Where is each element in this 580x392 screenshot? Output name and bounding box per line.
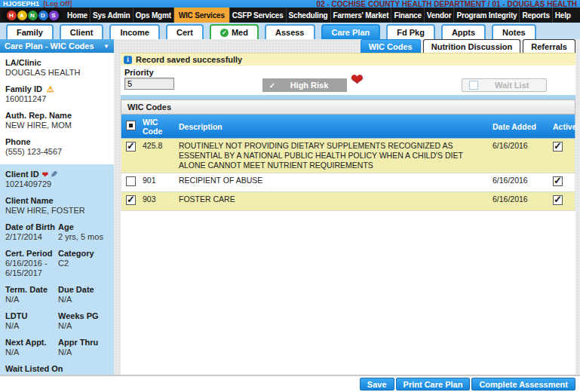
menu-item-reports[interactable]: Reports — [519, 8, 551, 23]
complete-assessment-button[interactable]: Complete Assessment — [471, 378, 575, 390]
check-icon: ✓ — [262, 81, 282, 90]
table-row[interactable]: 425.8 ROUTINELY NOT PROVIDING DIETARY SU… — [121, 139, 575, 173]
row-select-checkbox[interactable] — [126, 142, 136, 152]
hands-logo: H A N D S — [2, 8, 63, 22]
wic-codes-panel-title: WIC Codes — [121, 100, 575, 115]
table-row[interactable]: 903 FOSTER CARE 6/16/2016 — [121, 192, 575, 211]
wic-code-cell: 425.8 — [141, 139, 176, 153]
dob-value: 2/17/2014 — [5, 232, 58, 242]
field-cert-category: Cert. Period 6/16/2016 - 6/15/2017 Categ… — [5, 249, 111, 278]
field-term-due: Term. Date N/A Due Date N/A — [5, 285, 111, 305]
age-value: 2 yrs, 5 mos — [58, 232, 111, 242]
client-id-value: 1021409729 — [5, 179, 111, 189]
menu-item-csfp-services[interactable]: CSFP Services — [229, 8, 286, 23]
tab-cert[interactable]: Cert — [166, 24, 204, 39]
client-info-section: Client ID❤✎ 1021409729 Client Name NEW H… — [0, 164, 114, 388]
tab-fd-pkg[interactable]: Fd Pkg — [386, 24, 435, 39]
field-phone: Phone (555) 123-4567 — [5, 137, 111, 157]
menu-item-sys-admin[interactable]: Sys Admin — [90, 8, 133, 23]
col-header-date-added: Date Added — [489, 120, 548, 133]
wait-list-checkbox[interactable] — [469, 81, 478, 90]
footer-action-bar: Save Print Care Plan Complete Assessment — [0, 375, 580, 392]
logo-letter-h: H — [7, 11, 17, 20]
logo-letter-a: A — [17, 11, 27, 20]
client-sidebar: Care Plan - WIC Codes ▼ LA/Clinic DOUGLA… — [0, 39, 114, 392]
col-header-wic-code: WIC Code — [141, 115, 176, 138]
field-auth-rep-name: Auth. Rep. Name NEW HIRE, MOM — [5, 111, 111, 130]
tab-income[interactable]: Income — [109, 24, 160, 39]
row-select-checkbox[interactable] — [126, 176, 136, 186]
wait-list-checkbox-button[interactable]: Wait List — [462, 78, 547, 92]
wic-codes-content: Priority ✓ High Risk ❤ Wait List WIC Cod… — [121, 66, 575, 375]
menu-item-wic-services[interactable]: WIC Services — [173, 8, 229, 23]
field-dob-age: Date of Birth 2/17/2014 Age 2 yrs, 5 mos — [5, 222, 111, 242]
menu-item-help[interactable]: Help — [552, 8, 573, 23]
description-cell: ROUTINELY NOT PROVIDING DIETARY SUPPLEME… — [176, 139, 489, 173]
care-plan-main: WIC Codes Nutrition Discussion Referrals… — [121, 39, 575, 375]
high-risk-heart-icon: ❤ — [351, 70, 364, 88]
menu-item-program-integrity[interactable]: Program Integrity — [453, 8, 519, 23]
care-plan-subtabs: WIC Codes Nutrition Discussion Referrals — [361, 39, 575, 53]
edit-pencil-icon[interactable]: ✎ — [51, 170, 57, 179]
print-care-plan-button[interactable]: Print Care Plan — [396, 378, 471, 390]
save-button[interactable]: Save — [360, 378, 394, 390]
status-message: Record saved successfully — [136, 55, 242, 64]
category-value: C2 — [58, 259, 111, 268]
appr-thru-value: N/A — [58, 348, 111, 357]
green-check-icon: ✓ — [220, 29, 229, 37]
col-header-active: Active — [548, 120, 575, 133]
phone-value: (555) 123-4567 — [5, 147, 111, 157]
subtab-nutrition-discussion[interactable]: Nutrition Discussion — [423, 39, 521, 53]
tab-care-plan[interactable]: Care Plan — [321, 24, 381, 39]
wic-code-cell: 903 — [141, 192, 176, 207]
date-added-cell: 6/16/2016 — [489, 192, 548, 207]
tab-assess[interactable]: Assess — [265, 24, 315, 39]
tab-notes[interactable]: Notes — [492, 24, 536, 39]
menu-item-finance[interactable]: Finance — [391, 8, 423, 23]
tab-client[interactable]: Client — [60, 24, 104, 39]
client-name-value: NEW HIRE, FOSTER — [5, 206, 111, 216]
username: HJOSEPH1 — [3, 0, 39, 8]
col-header-description: Description — [176, 120, 489, 133]
logo-letter-n: N — [28, 11, 38, 20]
table-row[interactable]: 901 RECIPIENT OF ABUSE 6/16/2016 — [121, 173, 575, 192]
sidebar-section-label: Care Plan - WIC Codes — [5, 41, 94, 51]
field-client-id: Client ID❤✎ 1021409729 — [5, 170, 111, 189]
log-off-link[interactable]: [Log Off] — [44, 0, 72, 8]
subtab-wic-codes[interactable]: WIC Codes — [361, 39, 421, 53]
field-nextappt-apprthru: Next Appt. N/A Appr Thru N/A — [5, 338, 111, 357]
family-info-section: LA/Clinic DOUGLAS HEALTH Family ID⚠ 1600… — [0, 53, 114, 164]
next-appt-value: N/A — [5, 348, 58, 357]
date-added-cell: 6/16/2016 — [489, 173, 548, 188]
priority-label: Priority — [124, 68, 154, 77]
module-tab-bar: Family Client Income Cert ✓ Med Assess C… — [0, 23, 580, 39]
sidebar-section-dropdown[interactable]: Care Plan - WIC Codes ▼ — [0, 39, 114, 53]
tab-appts[interactable]: Appts — [441, 24, 486, 39]
chevron-down-icon: ▼ — [103, 43, 109, 50]
user-line: HJOSEPH1 [Log Off] — [3, 0, 72, 8]
date-added-cell: 6/16/2016 — [489, 139, 548, 153]
menu-item-vendor[interactable]: Vendor — [424, 8, 454, 23]
menu-item-ops-mgmt[interactable]: Ops Mgmt — [133, 8, 173, 23]
status-message-bar: i Record saved successfully — [121, 53, 575, 66]
menu-item-farmers-market[interactable]: Farmers' Market — [330, 8, 391, 23]
row-select-checkbox[interactable] — [126, 195, 136, 205]
tab-med-label: Med — [232, 28, 248, 37]
wic-codes-table: WIC Code Description Date Added Active 4… — [121, 115, 575, 211]
menu-item-home[interactable]: Home — [65, 8, 90, 23]
menu-item-scheduling[interactable]: Scheduling — [286, 8, 330, 23]
select-all-checkbox[interactable] — [126, 121, 136, 130]
priority-input[interactable] — [124, 78, 174, 90]
field-client-name: Client Name NEW HIRE, FOSTER — [5, 196, 111, 216]
tab-family[interactable]: Family — [6, 24, 54, 39]
description-cell: RECIPIENT OF ABUSE — [176, 173, 489, 188]
high-risk-button[interactable]: ✓ High Risk — [262, 78, 347, 92]
field-family-id: Family ID⚠ 160011247 — [5, 84, 111, 104]
active-checkbox[interactable] — [553, 195, 563, 205]
table-header-row: WIC Code Description Date Added Active — [121, 115, 575, 139]
tab-med[interactable]: ✓ Med — [210, 24, 259, 39]
warning-icon: ⚠ — [47, 84, 54, 93]
active-checkbox[interactable] — [553, 142, 563, 152]
active-checkbox[interactable] — [553, 176, 563, 186]
subtab-referrals[interactable]: Referrals — [523, 39, 575, 53]
